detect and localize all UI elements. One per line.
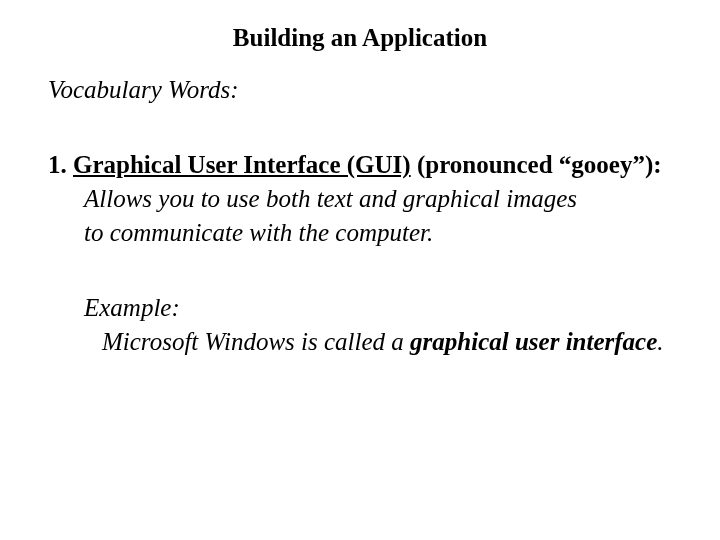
page-title: Building an Application bbox=[48, 24, 672, 52]
term-rest: (pronounced “gooey”): bbox=[411, 151, 662, 178]
example-prefix: Microsoft Windows is called a bbox=[102, 328, 410, 355]
definition-line-1: Allows you to use both text and graphica… bbox=[48, 182, 672, 216]
example-text: Microsoft Windows is called a graphical … bbox=[84, 325, 672, 359]
term-line: 1. Graphical User Interface (GUI) (prono… bbox=[48, 148, 672, 182]
example-label: Example: bbox=[84, 291, 672, 325]
item-number: 1. bbox=[48, 151, 73, 178]
definition-line-2: to communicate with the computer. bbox=[48, 216, 672, 250]
example-bold-term: graphical user interface bbox=[410, 328, 657, 355]
term-underlined: Graphical User Interface (GUI) bbox=[73, 151, 411, 178]
example-suffix: . bbox=[657, 328, 663, 355]
example-block: Example: Microsoft Windows is called a g… bbox=[48, 291, 672, 359]
section-subheading: Vocabulary Words: bbox=[48, 76, 672, 104]
vocabulary-item: 1. Graphical User Interface (GUI) (prono… bbox=[48, 148, 672, 359]
